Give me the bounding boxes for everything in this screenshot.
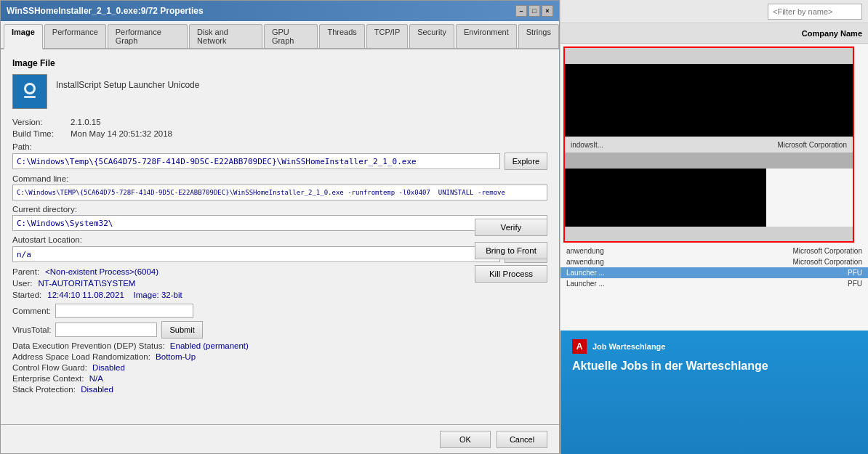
title-bar: WinSSHomeInstaller_2_1_0.exe:9/72 Proper…	[1, 1, 559, 21]
virustotal-label: VirusTotal:	[12, 325, 51, 334]
svg-point-2	[26, 85, 33, 92]
svg-rect-3	[24, 96, 36, 98]
bottom-bar: OK Cancel	[1, 424, 559, 453]
list-item[interactable]: Launcher ... PFU	[560, 278, 868, 289]
enterprise-row: Enterprise Context: N/A	[12, 374, 547, 383]
path-row: Explore	[12, 153, 547, 170]
path-label: Path:	[12, 142, 547, 151]
tab-strings[interactable]: Strings	[518, 24, 559, 48]
build-value: Mon May 14 20:51:32 2018	[71, 129, 172, 138]
maximize-button[interactable]: □	[529, 5, 540, 17]
filter-input[interactable]	[768, 4, 862, 20]
dialog-window: WinSSHomeInstaller_2_1_0.exe:9/72 Proper…	[0, 0, 560, 454]
ok-button[interactable]: OK	[440, 431, 491, 448]
title-bar-buttons: – □ ×	[515, 5, 553, 17]
submit-button[interactable]: Submit	[161, 321, 202, 339]
parent-label: Parent:	[12, 267, 39, 276]
image-file-section: InstallScript Setup Launcher Unicode	[12, 74, 547, 109]
action-buttons: Verify Bring to Front Kill Process	[475, 219, 547, 283]
bottom-gray-bar	[565, 227, 853, 241]
list-item[interactable]: anwendung Microsoft Corporation	[560, 246, 868, 256]
build-label: Build Time:	[12, 129, 71, 138]
user-row: User: NT-AUTORITÄT\SYSTEM	[12, 279, 547, 288]
right-panel: Company Name indowsIt...Microsoft Corpor…	[560, 0, 868, 454]
kill-process-button[interactable]: Kill Process	[475, 265, 547, 283]
comment-row: Comment:	[12, 304, 547, 318]
window-title: WinSSHomeInstaller_2_1_0.exe:9/72 Proper…	[7, 6, 204, 16]
started-value: 12:44:10 11.08.2021 Image: 32-bit	[47, 291, 547, 299]
black-block-1	[565, 64, 853, 137]
virustotal-row: VirusTotal: Submit	[12, 321, 547, 339]
curdir-row	[12, 215, 547, 231]
parent-value: <Non-existent Process>(6004)	[45, 267, 547, 276]
cancel-button[interactable]: Cancel	[497, 431, 547, 448]
autostart-input[interactable]	[12, 246, 500, 262]
right-header	[560, 0, 868, 23]
app-name: InstallScript Setup Launcher Unicode	[56, 80, 199, 90]
comment-input[interactable]	[55, 304, 193, 318]
process-list: anwendung Microsoft Corporation anwendun…	[560, 246, 868, 289]
section-image-file: Image File	[12, 58, 547, 68]
company-name-header: Company Name	[560, 23, 868, 44]
version-value: 2.1.0.15	[71, 118, 101, 126]
tab-gpu-graph[interactable]: GPU Graph	[264, 24, 318, 48]
app-icon	[12, 74, 47, 109]
explore-path-button[interactable]: Explore	[505, 153, 547, 170]
tab-security[interactable]: Security	[409, 24, 454, 48]
close-button[interactable]: ×	[542, 5, 553, 17]
popup-subtitle: Aktuelle Jobs in der Warteschlange	[572, 360, 857, 373]
tab-environment[interactable]: Environment	[456, 24, 517, 48]
curdir-input[interactable]	[12, 215, 547, 231]
dep-row: Data Execution Prevention (DEP) Status: …	[12, 341, 547, 350]
bring-to-front-button[interactable]: Bring to Front	[475, 242, 547, 259]
user-label: User:	[12, 279, 32, 288]
autostart-row: Explore	[12, 246, 547, 263]
inner-gray-bar	[565, 48, 853, 64]
version-label: Version:	[12, 118, 71, 126]
path-input[interactable]	[12, 153, 500, 169]
red-bordered-area: indowsIt...Microsoft Corporation	[563, 46, 854, 243]
cfg-row: Control Flow Guard: Disabled	[12, 363, 547, 372]
list-item[interactable]: anwendung Microsoft Corporation	[560, 256, 868, 267]
black-block-2	[565, 169, 766, 227]
cmdline-label: Command line:	[12, 174, 547, 183]
curdir-label: Current directory:	[12, 205, 547, 214]
tab-tcp-ip[interactable]: TCP/IP	[366, 24, 408, 48]
minimize-button[interactable]: –	[515, 5, 527, 17]
virustotal-input[interactable]	[55, 323, 157, 337]
tab-threads[interactable]: Threads	[319, 24, 364, 48]
inner-gray-bar-2: indowsIt...Microsoft Corporation	[565, 137, 853, 153]
cmdline-row	[12, 185, 547, 200]
blue-popup: A Job Warteschlange Aktuelle Jobs in der…	[560, 331, 868, 454]
started-label: Started:	[12, 291, 41, 299]
parent-row: Parent: <Non-existent Process>(6004)	[12, 267, 547, 276]
started-row: Started: 12:44:10 11.08.2021 Image: 32-b…	[12, 291, 547, 299]
verify-button[interactable]: Verify	[475, 219, 547, 236]
tab-performance-graph[interactable]: Performance Graph	[108, 24, 188, 48]
tab-performance[interactable]: Performance	[44, 24, 106, 48]
tab-disk-network[interactable]: Disk and Network	[189, 24, 262, 48]
popup-header-text: Job Warteschlange	[592, 342, 665, 351]
tab-image[interactable]: Image	[4, 24, 43, 49]
inner-blue-bar	[565, 153, 853, 169]
user-value: NT-AUTORITÄT\SYSTEM	[38, 279, 547, 288]
version-row: Version: 2.1.0.15	[12, 118, 547, 126]
popup-header: A Job Warteschlange	[572, 339, 857, 354]
list-item-selected[interactable]: Launcher ... PFU	[560, 267, 868, 278]
comment-label: Comment:	[12, 307, 51, 315]
aslr-row: Address Space Load Randomization: Bottom…	[12, 352, 547, 361]
cmdline-input[interactable]	[12, 185, 547, 200]
popup-icon: A	[572, 339, 587, 354]
tab-bar: Image Performance Performance Graph Disk…	[1, 21, 559, 49]
build-row: Build Time: Mon May 14 20:51:32 2018	[12, 129, 547, 138]
stack-row: Stack Protection: Disabled	[12, 385, 547, 394]
autostart-label: Autostart Location:	[12, 235, 547, 244]
